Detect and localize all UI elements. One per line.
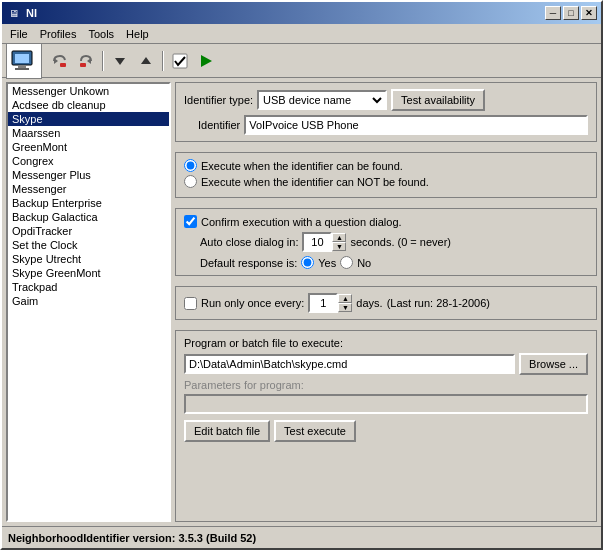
identifier-section: Identifier type: USB device nameIP addre… (175, 82, 597, 142)
menu-file[interactable]: File (4, 26, 34, 42)
list-item[interactable]: Messenger (8, 182, 169, 196)
svg-rect-1 (15, 54, 29, 63)
response-no-label: No (357, 257, 371, 269)
move-up-button[interactable] (134, 49, 158, 73)
identifier-type-label: Identifier type: (184, 94, 253, 106)
title-bar: 🖥 NI ─ □ ✕ (2, 2, 601, 24)
maximize-button[interactable]: □ (563, 6, 579, 20)
action-buttons-row: Edit batch file Test execute (184, 420, 588, 442)
auto-close-up-button[interactable]: ▲ (332, 233, 346, 242)
auto-close-label: Auto close dialog in: (200, 236, 298, 248)
test-execute-button[interactable]: Test execute (274, 420, 356, 442)
run-spinner: ▲ ▼ (308, 293, 352, 313)
list-item[interactable]: Maarssen (8, 126, 169, 140)
run-unit: days. (356, 297, 382, 309)
execute-option1-row: Execute when the identifier can be found… (184, 159, 588, 172)
execute-not-found-label: Execute when the identifier can NOT be f… (201, 176, 429, 188)
toolbar-separator-1 (102, 51, 104, 71)
run-once-row: Run only once every: ▲ ▼ days. (Last run… (184, 293, 588, 313)
list-item[interactable]: Congrex (8, 154, 169, 168)
identifier-input[interactable] (244, 115, 588, 135)
menu-help[interactable]: Help (120, 26, 155, 42)
run-section: Run only once every: ▲ ▼ days. (Last run… (175, 286, 597, 320)
svg-rect-3 (15, 68, 29, 70)
title-bar-buttons: ─ □ ✕ (545, 6, 597, 20)
list-item[interactable]: OpdiTracker (8, 224, 169, 238)
svg-marker-9 (141, 57, 151, 64)
svg-marker-4 (54, 58, 58, 64)
program-path-input[interactable] (184, 354, 515, 374)
window-icon: 🖥 (6, 5, 22, 21)
confirm-checkbox-row: Confirm execution with a question dialog… (184, 215, 588, 228)
test-availability-button[interactable]: Test availability (391, 89, 485, 111)
params-input[interactable] (184, 394, 588, 414)
identifier-type-select[interactable]: USB device nameIP addressHostnameRegistr… (257, 90, 387, 110)
move-down-button[interactable] (108, 49, 132, 73)
list-item[interactable]: GreenMont (8, 140, 169, 154)
run-once-input[interactable] (308, 293, 338, 313)
auto-close-input[interactable] (302, 232, 332, 252)
auto-close-unit: seconds. (0 = never) (350, 236, 451, 248)
response-yes-radio[interactable] (301, 256, 314, 269)
default-response-label: Default response is: (200, 257, 297, 269)
execute-found-radio[interactable] (184, 159, 197, 172)
svg-rect-7 (80, 63, 86, 67)
execute-not-found-radio[interactable] (184, 175, 197, 188)
app-icon (6, 43, 42, 79)
list-item[interactable]: Messenger Unkown (8, 84, 169, 98)
confirm-checkbox[interactable] (184, 215, 197, 228)
run-down-button[interactable]: ▼ (338, 303, 352, 312)
undo-button[interactable] (48, 49, 72, 73)
svg-marker-8 (115, 58, 125, 65)
right-panel: Identifier type: USB device nameIP addre… (175, 82, 597, 522)
response-yes-label: Yes (318, 257, 336, 269)
refresh-button[interactable] (74, 49, 98, 73)
toolbar-separator-2 (162, 51, 164, 71)
confirm-section: Confirm execution with a question dialog… (175, 208, 597, 276)
list-item[interactable]: Set the Clock (8, 238, 169, 252)
play-button[interactable] (194, 49, 218, 73)
execute-section: Execute when the identifier can be found… (175, 152, 597, 198)
program-file-row: Browse ... (184, 353, 588, 375)
check-button[interactable] (168, 49, 192, 73)
default-response-row: Default response is: Yes No (200, 256, 588, 269)
list-item[interactable]: Skype GreenMont (8, 266, 169, 280)
last-run-label: (Last run: 28-1-2006) (387, 297, 490, 309)
svg-marker-6 (87, 58, 91, 64)
status-text: NeighborhoodIdentifier version: 3.5.3 (B… (8, 532, 256, 544)
list-item[interactable]: Skype Utrecht (8, 252, 169, 266)
auto-close-spinner: ▲ ▼ (302, 232, 346, 252)
profile-list[interactable]: Messenger Unkown Acdsee db cleanup Skype… (6, 82, 171, 522)
svg-rect-5 (60, 63, 66, 67)
program-label: Program or batch file to execute: (184, 337, 343, 349)
program-section: Program or batch file to execute: Browse… (175, 330, 597, 522)
execute-option2-row: Execute when the identifier can NOT be f… (184, 175, 588, 188)
list-item[interactable]: Backup Enterprise (8, 196, 169, 210)
identifier-value-row: Identifier (184, 115, 588, 135)
run-once-checkbox[interactable] (184, 297, 197, 310)
run-up-button[interactable]: ▲ (338, 294, 352, 303)
edit-batch-button[interactable]: Edit batch file (184, 420, 270, 442)
auto-close-row: Auto close dialog in: ▲ ▼ seconds. (0 = … (200, 232, 588, 252)
minimize-button[interactable]: ─ (545, 6, 561, 20)
list-item[interactable]: Messenger Plus (8, 168, 169, 182)
menu-bar: File Profiles Tools Help (2, 24, 601, 44)
run-once-label: Run only once every: (201, 297, 304, 309)
list-item[interactable]: Trackpad (8, 280, 169, 294)
menu-profiles[interactable]: Profiles (34, 26, 83, 42)
auto-close-spinner-buttons: ▲ ▼ (332, 233, 346, 251)
list-item[interactable]: Acdsee db cleanup (8, 98, 169, 112)
list-item[interactable]: Backup Galactica (8, 210, 169, 224)
window-title: NI (26, 7, 545, 19)
svg-rect-2 (18, 65, 26, 68)
list-item-selected[interactable]: Skype (8, 112, 169, 126)
response-no-radio[interactable] (340, 256, 353, 269)
menu-tools[interactable]: Tools (82, 26, 120, 42)
list-item[interactable]: Gaim (8, 294, 169, 308)
browse-button[interactable]: Browse ... (519, 353, 588, 375)
params-label: Parameters for program: (184, 379, 304, 391)
status-bar: NeighborhoodIdentifier version: 3.5.3 (B… (2, 526, 601, 548)
auto-close-down-button[interactable]: ▼ (332, 242, 346, 251)
toolbar (2, 44, 601, 78)
close-button[interactable]: ✕ (581, 6, 597, 20)
